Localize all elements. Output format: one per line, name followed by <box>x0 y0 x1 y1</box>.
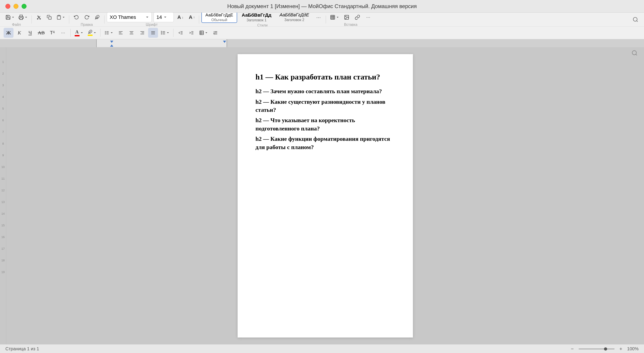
svg-rect-7 <box>58 15 60 16</box>
svg-rect-0 <box>20 18 22 19</box>
style-h1-text: АаБбВвГгДд <box>242 12 271 18</box>
indent-increase-button[interactable] <box>186 28 196 38</box>
strikethrough-icon: АВ <box>38 30 45 36</box>
zoom-minus-button[interactable]: − <box>569 345 576 353</box>
subscript-superscript-button[interactable]: Тд <box>48 28 57 38</box>
minimize-button[interactable] <box>14 4 18 9</box>
copy-button[interactable] <box>44 12 54 22</box>
more-font-button[interactable]: ··· <box>58 28 68 38</box>
divider-r2-2 <box>100 29 100 37</box>
style-heading2[interactable]: АаБбВвГгДдЕ Заголовок 2 <box>276 12 313 23</box>
align-justify-button[interactable] <box>148 28 158 38</box>
supersub-icon: Тд <box>50 30 54 36</box>
font-group: XO Thames 14 A↓ A↑ Шрифт <box>107 12 197 27</box>
heading-2-0[interactable]: h2 — Зачем нужно составлять план материа… <box>256 87 395 95</box>
style-normal[interactable]: АаБбВвГгДдЕ Обычный <box>202 12 237 23</box>
file-label: Файл <box>12 23 21 27</box>
svg-rect-10 <box>331 15 335 19</box>
svg-point-23 <box>105 31 106 32</box>
editor-area: 1 2 3 4 5 6 7 8 9 10 11 12 13 14 15 16 1… <box>0 47 644 344</box>
undo-button[interactable] <box>72 12 81 22</box>
style-h2-label: Заголовок 2 <box>284 18 304 22</box>
font-size-selector[interactable]: 14 <box>154 12 174 22</box>
heading-1[interactable]: h1 — Как разработать план статьи? <box>256 72 395 82</box>
divider-r2-1 <box>70 29 70 37</box>
heading-2-2[interactable]: h2 — Что указывает на корректность подго… <box>256 116 395 133</box>
styles-more-button[interactable]: ··· <box>314 12 324 22</box>
divider-3 <box>199 15 199 23</box>
insert-link-button[interactable] <box>352 12 362 22</box>
styles-group: АаБбВвГгДдЕ Обычный АаБбВвГгДд Заголовок… <box>202 12 324 27</box>
search-corner-button[interactable] <box>630 14 640 24</box>
style-heading1[interactable]: АаБбВвГгДд Заголовок 1 <box>238 12 275 23</box>
svg-line-18 <box>636 21 638 22</box>
bold-button[interactable]: Ж <box>4 28 14 38</box>
underline-button[interactable]: Ч <box>25 28 35 38</box>
italic-button[interactable]: К <box>14 28 24 38</box>
svg-line-54 <box>636 54 637 55</box>
divider-1b <box>69 15 69 23</box>
ruler <box>0 39 644 47</box>
font-size-increase-button[interactable]: A↑ <box>187 12 197 22</box>
insert-table-button[interactable] <box>328 12 341 22</box>
heading-2-1[interactable]: h2 — Какие существуют разновидности у пл… <box>256 98 395 114</box>
font-size-value: 14 <box>156 14 162 20</box>
zoom-controls: − + 100% <box>569 345 638 353</box>
clear-format-button[interactable] <box>92 12 102 22</box>
save-button[interactable] <box>4 12 16 22</box>
align-left-button[interactable] <box>116 28 126 38</box>
style-h2-text: АаБбВвГгДдЕ <box>280 12 309 17</box>
highlight-button[interactable] <box>86 28 98 38</box>
cut-button[interactable] <box>34 12 44 22</box>
document-canvas[interactable]: h1 — Как разработать план статьи? h2 — З… <box>6 47 644 344</box>
search-button[interactable] <box>632 50 638 57</box>
insert-group: ··· Вставка <box>328 12 373 27</box>
print-button[interactable] <box>17 12 29 22</box>
font-color-icon: А <box>75 29 78 34</box>
svg-point-16 <box>346 16 346 17</box>
indent-decrease-button[interactable] <box>176 28 186 38</box>
close-button[interactable] <box>6 4 10 9</box>
paste-button[interactable] <box>54 12 67 22</box>
font-color-button[interactable]: А <box>73 28 85 38</box>
bold-icon: Ж <box>6 30 11 36</box>
table-insert-small-button[interactable] <box>197 28 210 38</box>
zoom-slider[interactable] <box>578 349 614 350</box>
svg-point-24 <box>105 32 106 33</box>
status-bar: Страница 1 из 1 − + 100% <box>0 344 644 353</box>
align-right-button[interactable] <box>137 28 147 38</box>
zoom-slider-thumb <box>604 348 607 351</box>
zoom-plus-button[interactable]: + <box>617 345 624 353</box>
svg-rect-6 <box>48 17 51 19</box>
svg-rect-48 <box>200 31 204 35</box>
heading-2-3[interactable]: h2 — Какие функции форматирования пригод… <box>256 135 395 151</box>
vertical-ruler: 1 2 3 4 5 6 7 8 9 10 11 12 13 14 15 16 1… <box>0 47 6 344</box>
underline-icon: Ч <box>28 30 32 36</box>
document-page[interactable]: h1 — Как разработать план статьи? h2 — З… <box>238 54 413 338</box>
divider-4 <box>326 15 326 23</box>
file-group: Файл <box>4 12 29 27</box>
zoom-level: 100% <box>627 346 638 352</box>
svg-text:¶: ¶ <box>213 32 214 35</box>
highlight-icon <box>88 30 92 34</box>
divider-r2-3 <box>173 29 174 37</box>
insert-more-button[interactable]: ··· <box>363 12 373 22</box>
svg-point-2 <box>40 18 41 19</box>
italic-icon: К <box>18 30 21 36</box>
line-spacing-button[interactable] <box>159 28 171 38</box>
maximize-button[interactable] <box>22 4 26 9</box>
insert-image-button[interactable] <box>342 12 352 22</box>
edit-group: x <box>34 12 67 27</box>
toolbar-row-2: Ж К Ч АВ Тд ··· А <box>0 26 644 39</box>
show-marks-button[interactable]: ¶ <box>210 28 220 38</box>
divider-1 <box>32 15 32 23</box>
redo-button[interactable] <box>82 12 92 22</box>
font-size-decrease-button[interactable]: A↓ <box>176 12 185 22</box>
align-center-button[interactable] <box>126 28 136 38</box>
svg-point-53 <box>632 51 636 55</box>
strikethrough-button[interactable]: АВ <box>36 28 46 38</box>
bullet-list-button[interactable] <box>103 28 115 38</box>
insert-label: Вставка <box>344 23 357 27</box>
font-color-swatch <box>75 35 80 36</box>
font-name-selector[interactable]: XO Thames <box>107 12 152 22</box>
